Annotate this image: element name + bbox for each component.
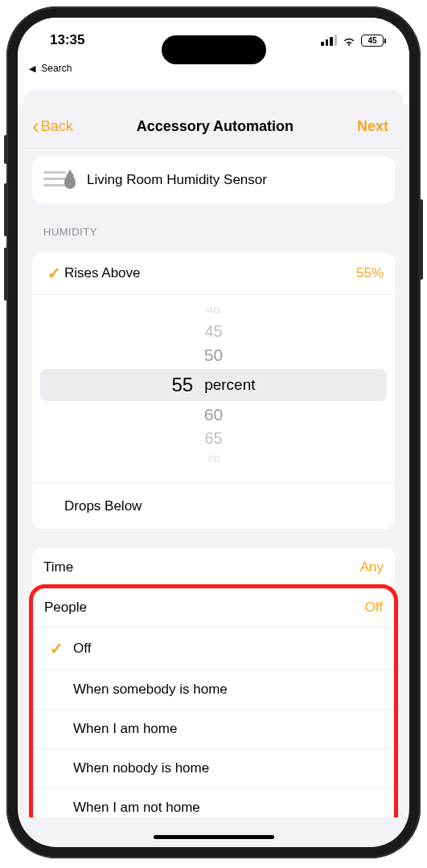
people-option-somebody-home[interactable]: When somebody is home	[33, 670, 394, 710]
chevron-left-icon: ‹	[32, 116, 39, 137]
picker-option-selected[interactable]: 55 percent	[40, 369, 387, 401]
conditions-card: Time Any People Off ✓ Off When somebody …	[32, 548, 395, 817]
picker-option[interactable]: 50	[32, 343, 395, 367]
check-icon: ✓	[43, 264, 64, 283]
percent-picker[interactable]: 40 45 50 55 percent 60 65 70	[32, 295, 395, 483]
cellular-icon	[321, 35, 337, 46]
picker-option[interactable]: 65	[32, 427, 395, 450]
nav-bar: ‹ Back Accessory Automation Next	[24, 104, 403, 149]
picker-option[interactable]: 40	[32, 304, 395, 317]
people-value: Off	[365, 600, 383, 616]
rises-above-value: 55%	[356, 265, 384, 281]
people-option-nobody-home[interactable]: When nobody is home	[33, 749, 394, 788]
time-row[interactable]: Time Any	[32, 548, 395, 588]
status-time: 13:35	[50, 32, 84, 48]
home-indicator[interactable]	[154, 835, 274, 839]
time-value: Any	[360, 559, 384, 575]
next-button[interactable]: Next	[357, 118, 388, 135]
people-row[interactable]: People Off	[33, 588, 394, 628]
humidity-icon	[43, 168, 77, 192]
dynamic-island	[162, 35, 266, 64]
sensor-card: Living Room Humidity Sensor	[32, 157, 395, 203]
battery-icon: 45	[361, 35, 384, 47]
humidity-section-label: HUMIDITY	[24, 203, 403, 244]
picker-option[interactable]: 60	[32, 403, 395, 427]
people-option-off[interactable]: ✓ Off	[33, 628, 394, 670]
picker-option[interactable]: 45	[32, 320, 395, 343]
people-section-highlight: People Off ✓ Off When somebody is home W…	[29, 584, 398, 817]
back-to-search[interactable]: ◀ Search	[18, 63, 409, 80]
sensor-name: Living Room Humidity Sensor	[87, 172, 384, 188]
wifi-icon	[342, 35, 356, 46]
humidity-card: ✓ Rises Above 55% 40 45 50 55 percent 60…	[32, 252, 395, 529]
drops-below-row[interactable]: Drops Below	[32, 483, 395, 529]
page-title: Accessory Automation	[137, 118, 294, 135]
check-icon: ✓	[44, 639, 68, 658]
people-option-i-am-home[interactable]: When I am home	[33, 710, 394, 749]
picker-option[interactable]: 70	[32, 452, 395, 465]
people-option-i-not-home[interactable]: When I am not home	[33, 788, 394, 817]
rises-above-row[interactable]: ✓ Rises Above 55%	[32, 252, 395, 295]
back-button[interactable]: ‹ Back	[32, 116, 73, 137]
